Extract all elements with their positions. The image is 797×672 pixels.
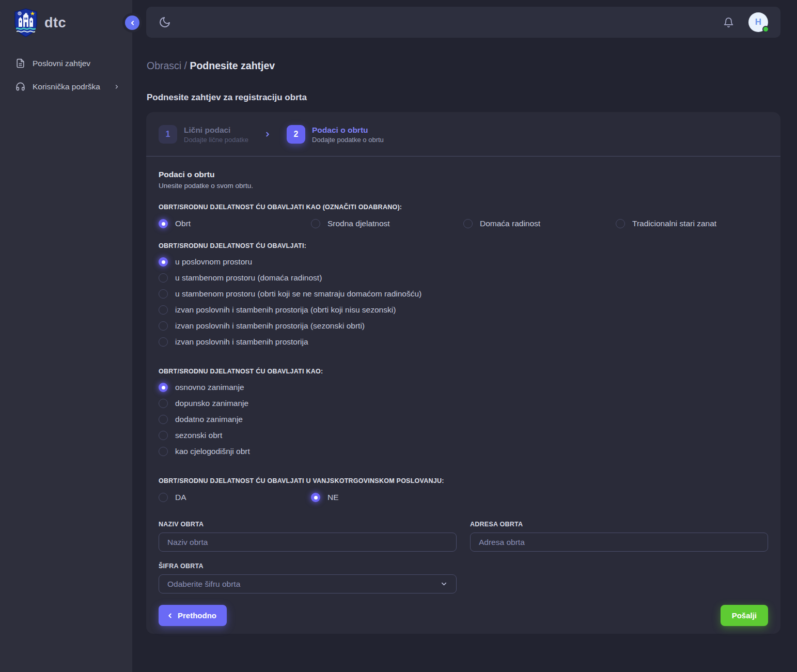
radio-group-activity-type: ObrtSrodna djelatnostDomaća radinostTrad… [159,219,768,228]
radio-option-label: NE [327,493,339,502]
field-adresa-obrta: ADRESA OBRTA [470,521,768,552]
radio-option[interactable]: sezonski obrt [159,431,768,440]
submit-button[interactable]: Pošalji [721,605,768,626]
radio-option-label: DA [175,493,186,502]
online-status-dot [762,26,769,33]
form-body: Podaci o obrtu Unesite podatke o svom ob… [146,157,780,626]
radio-button-icon [159,493,168,502]
notifications-bell-icon[interactable] [723,17,734,28]
radio-option-label: sezonski obrt [175,431,222,440]
topbar: H [146,7,780,38]
radio-option-label: u stambenom prostoru (domaća radinost) [175,273,322,283]
radio-button-icon [159,289,168,299]
previous-button[interactable]: Prethodno [159,605,227,626]
radio-option[interactable]: u poslovnom prostoru [159,257,768,267]
radio-option[interactable]: dodatno zanimanje [159,415,768,424]
step-1[interactable]: 1 Lični podaci Dodajte lične podatke [159,125,248,144]
radio-option[interactable]: osnovno zanimanje [159,383,768,392]
chevron-down-icon [440,580,448,588]
step-1-number: 1 [159,125,177,144]
naziv-obrta-input[interactable] [159,533,457,552]
radio-option-label: Domaća radinost [480,219,540,228]
main-area: H Obrasci / Podnesite zahtjev Podnesite … [132,0,797,672]
radio-button-icon [159,447,168,456]
radio-group-label: OBRT/SRODNU DJELATNOST ĆU OBAVLJATI KAO … [159,204,768,211]
submit-button-label: Pošalji [732,611,757,620]
radio-button-icon [159,257,168,267]
chevron-left-icon [166,612,174,619]
radio-option-label: u poslovnom prostoru [175,257,252,267]
step-2-title: Podaci o obrtu [312,126,384,135]
radio-group-foreign-trade: DANE [159,493,768,502]
logo-text: dtc [44,15,66,31]
text-fields-row: NAZIV OBRTA ADRESA OBRTA [159,521,768,552]
radio-button-icon [463,219,473,228]
chevron-right-icon [114,84,120,90]
chevron-left-icon [129,20,136,26]
sidebar-nav: Poslovni zahtjev Korisnička podrška [0,52,132,98]
radio-option[interactable]: Tradicionalni stari zanat [616,219,768,228]
radio-option[interactable]: Obrt [159,219,311,228]
step-2[interactable]: 2 Podaci o obrtu Dodajte podatke o obrtu [287,125,384,144]
app-logo[interactable]: dtc [0,0,132,44]
radio-option-label: kao cjelogodišnji obrt [175,447,250,456]
step-1-title: Lični podaci [184,126,248,135]
sidebar-item-korisnicka-podrska[interactable]: Korisnička podrška [0,75,132,98]
radio-group-location: u poslovnom prostoruu stambenom prostoru… [159,257,768,347]
dark-mode-toggle-moon-icon[interactable] [159,16,171,28]
breadcrumb: Obrasci / Podnesite zahtjev [147,60,780,72]
radio-option[interactable]: izvan poslovnih i stambenih prostorija (… [159,321,768,331]
stepper-chevron-icon [264,131,271,138]
form-card: 1 Lični podaci Dodajte lične podatke 2 P… [146,112,780,634]
radio-option[interactable]: kao cjelogodišnji obrt [159,447,768,456]
radio-option[interactable]: u stambenom prostoru (obrti koji se ne s… [159,289,768,299]
radio-option-label: osnovno zanimanje [175,383,244,392]
step-2-subtitle: Dodajte podatke o obrtu [312,136,384,144]
radio-button-icon [311,493,320,502]
breadcrumb-current: Podnesite zahtjev [190,60,275,71]
radio-button-icon [159,337,168,347]
radio-button-icon [311,219,320,228]
radio-button-icon [616,219,625,228]
radio-option-label: izvan poslovnih i stambenih prostorija (… [175,321,365,331]
radio-option[interactable]: Srodna djelatnost [311,219,463,228]
radio-option-label: Srodna djelatnost [327,219,390,228]
radio-option-label: dodatno zanimanje [175,415,243,424]
radio-button-icon [159,273,168,283]
select-placeholder: Odaberite šifru obrta [167,580,240,589]
previous-button-label: Prethodno [178,611,216,620]
radio-button-icon [159,305,168,315]
radio-option[interactable]: izvan poslovnih i stambenih prostorija (… [159,305,768,315]
radio-option[interactable]: DA [159,493,311,502]
radio-option[interactable]: Domaća radinost [463,219,616,228]
field-label: ŠIFRA OBRTA [159,562,457,570]
field-naziv-obrta: NAZIV OBRTA [159,521,457,552]
radio-group-label: OBRT/SRODNU DJELATNOST ĆU OBAVLJATI KAO: [159,368,768,375]
step-1-subtitle: Dodajte lične podatke [184,136,248,144]
sidebar-item-label: Poslovni zahtjev [33,59,90,68]
radio-option[interactable]: dopunsko zanimanje [159,399,768,408]
radio-button-icon [159,399,168,408]
radio-button-icon [159,219,168,228]
adresa-obrta-input[interactable] [470,533,768,552]
radio-button-icon [159,321,168,331]
avatar-initial: H [755,17,761,27]
sidebar-collapse-button[interactable] [125,15,139,30]
radio-option[interactable]: u stambenom prostoru (domaća radinost) [159,273,768,283]
form-actions: Prethodno Pošalji [159,605,768,626]
breadcrumb-section[interactable]: Obrasci [147,60,181,71]
sidebar-item-poslovni-zahtjev[interactable]: Poslovni zahtjev [0,52,132,75]
radio-option[interactable]: NE [311,493,463,502]
radio-group-label: OBRT/SRODNU DJELATNOST ĆU OBAVLJATI U VA… [159,477,768,485]
sidebar: dtc Poslovni zahtjev Korisnička podrška [0,0,132,672]
radio-option[interactable]: izvan poslovnih i stambenih prostorija [159,337,768,347]
user-avatar[interactable]: H [748,12,768,32]
sifra-obrta-select[interactable]: Odaberite šifru obrta [159,574,457,593]
field-label: ADRESA OBRTA [470,521,768,528]
radio-group-label: OBRT/SRODNU DJELATNOST ĆU OBAVLJATI: [159,242,768,249]
page-title: Podnesite zahtjev za registraciju obrta [147,92,780,103]
section-title: Podaci o obrtu [159,170,768,179]
radio-option-label: izvan poslovnih i stambenih prostorija [175,337,308,347]
document-icon [15,58,25,68]
radio-option-label: Obrt [175,219,191,228]
